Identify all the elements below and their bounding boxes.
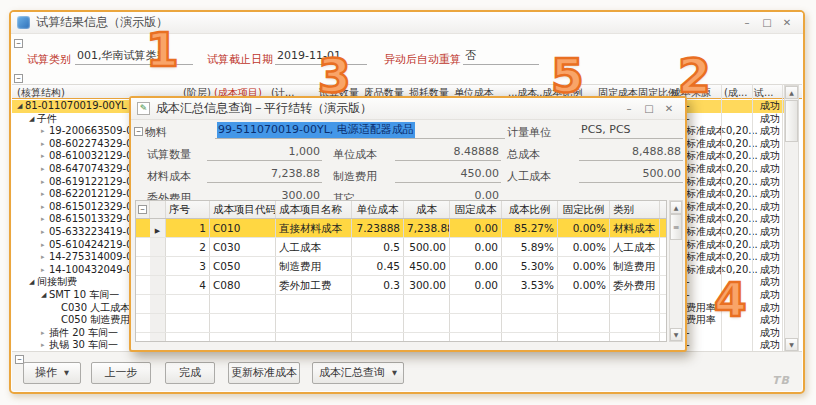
manufacture-cost-field[interactable]: 450.00 xyxy=(395,166,501,183)
scroll-thumb[interactable] xyxy=(785,100,798,142)
material-field[interactable]: 99-511070019-00YL, 电源适配器成品 xyxy=(215,122,505,139)
dialog-minimize-icon[interactable]: – xyxy=(619,101,639,117)
auto-recalc-label: 异动后自动重算 xyxy=(384,52,461,67)
table-row[interactable]: 2C030人工成本0.5500.000.005.89%0.00%人工成本 xyxy=(136,238,666,257)
cost-summary-query-button[interactable]: 成本汇总查询 xyxy=(312,362,404,384)
table-column-header[interactable]: 类别 xyxy=(610,201,660,218)
app-icon xyxy=(17,16,30,29)
table-column-header[interactable]: 成本比例 xyxy=(502,201,558,218)
table-cell: 0.00% xyxy=(558,219,610,237)
collapse-group-icon[interactable] xyxy=(138,205,147,214)
table-header-filler xyxy=(660,201,666,218)
dialog-close-icon[interactable]: ✕ xyxy=(659,101,679,117)
table-row[interactable]: 3C050制造费用0.45450.000.005.30%0.00%制造费用 xyxy=(136,257,666,276)
vertical-scrollbar[interactable] xyxy=(784,85,799,352)
table-row[interactable]: 1C010直接材料成本7.238887,238.880.0085.27%0.00… xyxy=(136,219,666,238)
cost-summary-dialog: 成本汇总信息查询－平行结转（演示版） – □ ✕ 物料 99-511070019… xyxy=(129,96,687,352)
scroll-down-icon[interactable] xyxy=(785,338,798,351)
table-cell xyxy=(352,295,404,313)
table-cell xyxy=(210,295,276,313)
table-cell: 委外费用 xyxy=(610,276,660,294)
dialog-scroll-up-icon[interactable] xyxy=(670,201,682,214)
trial-result-cell: 成功 xyxy=(760,201,780,214)
previous-step-button[interactable]: 上一步 xyxy=(91,362,151,384)
unit-cost-field[interactable]: 8.48888 xyxy=(395,144,501,161)
table-column-header[interactable]: 固定比例 xyxy=(558,201,610,218)
unit-label: 计量单位 xyxy=(507,125,551,140)
table-column-header[interactable]: 成本项目名称 xyxy=(276,201,352,218)
operation-button[interactable]: 操作 xyxy=(23,362,81,384)
table-cell xyxy=(210,333,276,342)
table-column-header[interactable]: 固定成本 xyxy=(450,201,502,218)
column-header[interactable]: 试... xyxy=(754,86,774,100)
table-cell-filler xyxy=(660,257,666,275)
close-icon[interactable]: ✕ xyxy=(777,15,797,31)
table-cell xyxy=(404,333,450,342)
table-cell: 0.00% xyxy=(558,257,610,275)
unit-field[interactable]: PCS, PCS xyxy=(579,122,683,139)
annotation-5: 5 xyxy=(551,52,584,99)
table-cell xyxy=(166,295,210,313)
scroll-up-icon[interactable] xyxy=(785,86,798,99)
cost-source-cell: 费用率 xyxy=(686,302,716,315)
dialog-scrollbar[interactable] xyxy=(669,200,683,342)
labor-cost-field[interactable]: 500.00 xyxy=(579,166,683,183)
table-row[interactable]: 4C080委外加工费0.3300.000.003.53%0.00%委外费用 xyxy=(136,276,666,295)
trial-qty-field[interactable]: 1,000 xyxy=(207,144,322,161)
table-cell: 3 xyxy=(166,257,210,275)
column-header[interactable]: (成... xyxy=(724,86,747,100)
table-cell: 人工成本 xyxy=(610,238,660,256)
table-cell: 300.00 xyxy=(404,276,450,294)
trial-result-cell: 成功 xyxy=(760,138,780,151)
total-cost-field[interactable]: 8,488.88 xyxy=(579,144,683,161)
table-cell: 0.00 xyxy=(450,238,502,256)
trial-result-cell: 成功 xyxy=(760,327,780,340)
table-cell xyxy=(352,333,404,342)
dialog-maximize-icon[interactable]: □ xyxy=(639,101,659,117)
table-cell: 材料成本 xyxy=(610,219,660,237)
tree-node-label: 插件 20 车间一 xyxy=(49,327,118,340)
table-cell xyxy=(610,295,660,313)
material-value: 99-511070019-00YL, 电源适配器成品 xyxy=(217,122,415,138)
collapse-group-icon[interactable] xyxy=(134,127,143,136)
material-cost-field[interactable]: 7,238.88 xyxy=(207,166,322,183)
table-cell-filler xyxy=(660,295,666,313)
update-standard-cost-button[interactable]: 更新标准成本 xyxy=(228,362,300,384)
table-cell-filler xyxy=(660,333,666,342)
auto-recalc-field[interactable]: 否 xyxy=(463,48,539,65)
cost-cell: 0,20... xyxy=(726,213,758,226)
column-header[interactable]: (核算结构) xyxy=(17,86,65,100)
table-column-header[interactable]: 单位成本 xyxy=(352,201,404,218)
collapse-group-icon[interactable] xyxy=(14,74,23,83)
tree-node-label: 子件 xyxy=(37,113,57,126)
table-cell: 制造费用 xyxy=(276,257,352,275)
collapse-group-icon[interactable] xyxy=(14,39,23,48)
table-cell: 2 xyxy=(166,238,210,256)
edit-icon xyxy=(137,102,150,115)
cost-source-cell: 标准成本 xyxy=(686,251,726,264)
cost-cell: 0,20... xyxy=(726,226,758,239)
table-cell xyxy=(502,314,558,332)
table-column-header[interactable]: 序号 xyxy=(166,201,210,218)
table-cell-filler xyxy=(660,238,666,256)
annotation-4: 4 xyxy=(714,276,747,323)
annotation-1: 1 xyxy=(146,26,179,73)
table-column-header[interactable]: 成本 xyxy=(404,201,450,218)
table-cell: 委外加工费 xyxy=(276,276,352,294)
cost-source-cell: 标准成本 xyxy=(686,188,726,201)
table-cell xyxy=(210,314,276,332)
trial-result-cell: 成功 xyxy=(760,314,780,327)
trial-result-cell: 成功 xyxy=(760,113,780,126)
dialog-scroll-down-icon[interactable] xyxy=(670,328,682,341)
cost-source-cell: 标准成本 xyxy=(686,213,726,226)
table-column-header[interactable]: 成本项目代码 xyxy=(210,201,276,218)
table-cell xyxy=(450,314,502,332)
dialog-scroll-thumb[interactable] xyxy=(670,214,682,240)
table-cell xyxy=(352,314,404,332)
table-cell xyxy=(558,314,610,332)
maximize-icon[interactable]: □ xyxy=(757,15,777,31)
minimize-icon[interactable]: – xyxy=(737,15,757,31)
table-header-row: 序号成本项目代码成本项目名称单位成本成本固定成本成本比例固定比例类别 xyxy=(136,201,666,219)
row-selector-cell xyxy=(150,295,166,313)
finish-button[interactable]: 完成 xyxy=(165,362,215,384)
